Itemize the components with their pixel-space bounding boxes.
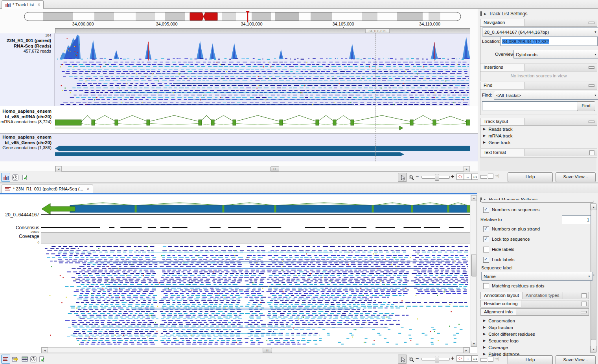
pointer-tool-icon[interactable] (398, 173, 407, 182)
scroll-thumb[interactable]: ‖‖ (263, 348, 272, 353)
reads-track-visualization[interactable] (55, 33, 470, 106)
top-horizontal-scrollbar[interactable]: ◄ ► ‖‖ (55, 166, 470, 172)
tab-close-icon[interactable]: × (87, 186, 90, 192)
scroll-up-arrow[interactable]: ▲ (471, 195, 477, 201)
zoom-selection-icon[interactable] (456, 174, 464, 180)
read-alignments-visualization[interactable] (41, 245, 470, 346)
find-header[interactable]: Find (480, 82, 597, 90)
expander-mrna-track[interactable]: ▶mRNA track (480, 132, 597, 139)
scroll-down-arrow[interactable]: ▼ (591, 346, 597, 352)
pointer-tool-icon[interactable] (398, 355, 407, 364)
expander-reads-track[interactable]: ▶Reads track (480, 126, 597, 132)
checkbox-box[interactable] (483, 226, 489, 232)
checkbox-box[interactable] (483, 283, 489, 289)
checkbox-box[interactable] (483, 257, 489, 263)
fit-width-icon[interactable]: ↔ (464, 174, 471, 180)
zoom-slider-thumb[interactable] (435, 356, 439, 362)
expander-conservation[interactable]: ▶Conservation (480, 317, 589, 324)
reads-track-label[interactable]: 184 23N_R1_001 (paired) RNA-Seq (Reads) … (0, 33, 55, 106)
tab-annotation-types[interactable]: Annotation types (523, 292, 563, 299)
gene-track-visualization[interactable] (55, 134, 470, 161)
find-input[interactable] (482, 101, 578, 110)
collapse-section-icon[interactable] (589, 84, 594, 87)
scroll-down-arrow[interactable]: ▼ (471, 341, 477, 347)
dock-panel-icon[interactable]: ⇥| (495, 356, 499, 361)
tab-annotation-layout[interactable]: Annotation layout (481, 292, 523, 299)
collapse-all-icon[interactable] (480, 175, 487, 179)
expand-all-icon[interactable] (488, 357, 493, 362)
palette-icon[interactable] (589, 150, 594, 155)
gene-track-label[interactable]: Homo_sapiens_ensem bl_v85_Genes (chr20) … (0, 134, 55, 158)
scroll-left-arrow[interactable]: ◄ (55, 166, 62, 172)
mrna-track-visualization[interactable] (55, 106, 470, 133)
reference-overview-bar[interactable] (41, 201, 470, 215)
zoom-in-button[interactable]: + (451, 173, 454, 180)
location-input[interactable]: 34,088,298-34,112,332 (500, 37, 598, 46)
tab-track-list[interactable]: * Track List × (2, 0, 44, 9)
checkbox-box[interactable] (483, 236, 489, 242)
consensus-label[interactable]: Consensus (0, 225, 39, 230)
scroll-left-arrow[interactable]: ◄ (42, 348, 48, 353)
expand-all-icon[interactable] (488, 174, 493, 179)
expander-color-different-residues[interactable]: ▶Color different residues (480, 331, 589, 337)
find-scope-selector[interactable]: <All Tracks>▼ (494, 91, 598, 100)
collapse-all-icon[interactable] (480, 358, 487, 362)
element-info-icon[interactable] (37, 355, 46, 364)
collapse-section-icon[interactable] (589, 66, 594, 69)
checkbox-numbers-on-sequences[interactable]: Numbers on sequences (483, 207, 539, 213)
checkbox-lock-labels[interactable]: Lock labels (483, 256, 515, 263)
zoom-in-button[interactable]: + (451, 355, 454, 362)
scroll-up-arrow[interactable]: ▲ (591, 204, 597, 210)
track-layout-header[interactable]: Track layout (480, 118, 597, 126)
find-button[interactable]: Find (577, 101, 595, 111)
alignment-view-mode-icon[interactable] (1, 355, 10, 364)
view-range-bar[interactable] (55, 28, 470, 33)
save-view-button[interactable]: Save View... (556, 172, 596, 182)
checkbox-matching-residues[interactable]: Matching residues as dots (483, 283, 545, 289)
zoom-out-button[interactable]: − (416, 173, 419, 180)
checkbox-box[interactable] (483, 247, 489, 252)
scroll-right-arrow[interactable]: ► (463, 348, 469, 353)
reference-sequence-label[interactable]: 20_0..64444167 (0, 212, 39, 218)
relative-to-input[interactable]: 1 (562, 215, 591, 224)
help-button[interactable]: Help (508, 172, 553, 182)
mrna-track-label[interactable]: Homo_sapiens_ensem bl_v85_mRNA (chr20) m… (0, 108, 55, 132)
checkbox-hide-labels[interactable]: Hide labels (483, 246, 514, 252)
checkbox-box[interactable] (483, 207, 489, 213)
track-view-mode-icon[interactable] (1, 173, 10, 182)
collapse-section-icon[interactable] (581, 311, 587, 313)
help-button[interactable]: Help (508, 355, 553, 364)
zoom-selection-icon[interactable] (456, 355, 464, 362)
scroll-right-arrow[interactable]: ► (464, 166, 470, 172)
tab-read-mapping[interactable]: * 23N_R1_001 (paired) RNA-Seq (... × (2, 185, 93, 193)
genome-selector[interactable]: 20_0..64444167 (64,444,167bp)▼ (482, 27, 598, 37)
export-table-icon[interactable] (11, 355, 20, 364)
history-clock-icon[interactable] (11, 173, 20, 182)
dock-panel-icon[interactable]: ⇥| (495, 173, 499, 178)
tab-close-icon[interactable]: × (37, 2, 40, 7)
text-format-header[interactable]: Text format (480, 149, 597, 156)
fit-width-icon[interactable]: ↔ (464, 355, 471, 362)
history-clock-icon[interactable] (29, 355, 38, 364)
sequence-label-selector[interactable]: Name▼ (481, 272, 593, 281)
palette-icon[interactable] (581, 293, 587, 298)
zoom-tool-icon[interactable] (407, 173, 416, 182)
overview-selector[interactable]: Cytobands▼ (513, 50, 598, 59)
expander-gene-track[interactable]: ▶Gene track (480, 139, 597, 146)
settings-panel-header[interactable]: ▶ Track List Settings (478, 10, 596, 18)
residue-coloring-row[interactable]: Residue coloring (480, 300, 589, 307)
checkbox-lock-top-sequence[interactable]: Lock top sequence (483, 236, 530, 242)
table-view-icon[interactable] (20, 355, 29, 364)
scroll-thumb[interactable]: ‖‖ (270, 166, 279, 172)
expander-sequence-logo[interactable]: ▶Sequence logo (480, 337, 589, 344)
element-info-icon[interactable] (20, 173, 29, 182)
insertions-header[interactable]: Insertions (480, 64, 597, 71)
collapse-section-icon[interactable] (589, 121, 594, 123)
navigation-header[interactable]: Navigation (480, 19, 597, 27)
zoom-out-button[interactable]: − (416, 355, 419, 362)
alignment-info-row[interactable]: Alignment info (480, 308, 589, 316)
scroll-thumb[interactable] (471, 254, 477, 276)
zoom-slider-thumb[interactable] (435, 174, 439, 181)
collapse-section-icon[interactable] (589, 22, 594, 24)
palette-icon[interactable] (581, 302, 587, 306)
